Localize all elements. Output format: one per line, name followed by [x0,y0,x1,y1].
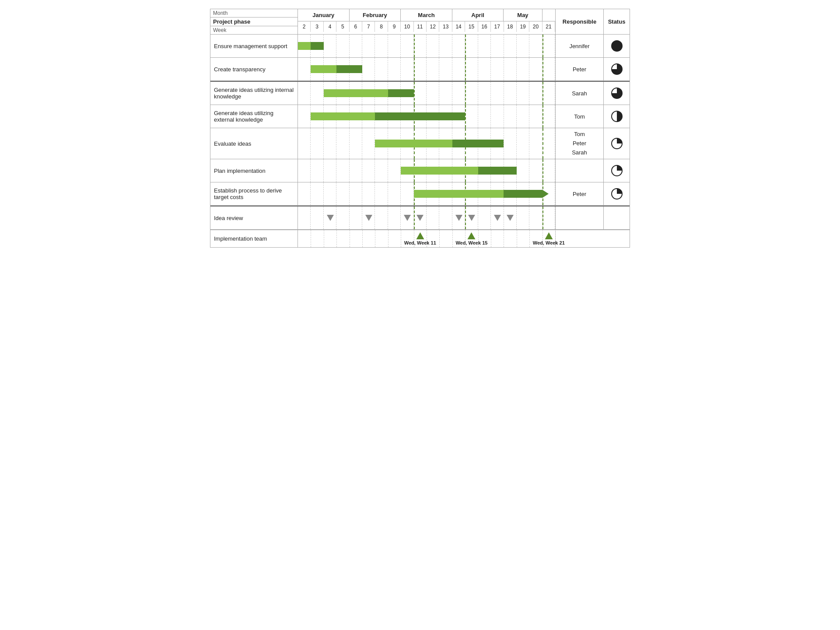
week-cell-10: 10 [401,21,413,32]
grid-line-20 [529,206,542,229]
bar-light-3 [311,112,375,120]
grid-line-8 [375,58,388,80]
grid-line-19 [517,35,529,57]
status-cell-1 [603,58,630,80]
phase-label-7: Idea review [210,206,298,229]
grid-line-2 [298,128,311,159]
grid-line-13 [439,35,452,57]
grid-line-4 [324,182,336,205]
bars-cell-0 [298,35,555,57]
week-cell-18: 18 [504,21,517,32]
grid-line-3 [311,159,323,182]
grid-line-20 [529,159,542,182]
footer-grid-18 [517,230,517,247]
status-cell-4 [603,128,630,159]
data-rows: Ensure management supportJenniferCreate … [210,35,630,230]
dashed-line-week-21 [542,128,543,159]
grid-line-2 [298,206,311,229]
grid-line-20 [529,82,542,105]
footer-triangle-1 [468,232,476,239]
footer-milestone-label-2: Wed, Week 21 [533,240,565,245]
footer-grid-13 [452,230,453,247]
responsible-cell-2: Sarah [555,82,603,105]
grid-line-2 [298,58,311,80]
responsible-names-bracket: Tom Peter Sarah [572,130,587,157]
grid-line-21 [542,82,555,105]
dashed-line-week-15 [465,58,466,80]
responsible-bracket-4: Tom Peter Sarah [555,128,603,159]
grid-line-2 [298,159,311,182]
phase-label-3: Generate ideas utilizing external knowle… [210,105,298,128]
grid-line-21 [542,206,555,229]
dashed-line-week-21 [542,35,543,57]
grid-line-7 [362,182,375,205]
grid-line-21 [542,105,555,128]
grid-line-4 [324,35,336,57]
grid-line-21 [542,128,555,159]
phase-label-2: Generate ideas utilizing internal knowle… [210,82,298,105]
footer-grid-4 [336,230,337,247]
week-cell-13: 13 [439,21,452,32]
status-header: Status [603,9,630,34]
grid-line-13 [439,82,452,105]
triangle-marker-4 [327,215,334,221]
grid-line-18 [504,82,517,105]
gantt-row-3: Generate ideas utilizing external knowle… [210,105,630,128]
grid-line-2 [298,105,311,128]
grid-line-3 [311,182,323,205]
responsible-header: Responsible [555,9,603,34]
month-cell-february: February [350,9,401,21]
grid-line-7 [362,58,375,80]
triangle-marker-18 [507,215,514,221]
week-cell-7: 7 [362,21,375,32]
dashed-line-week-21 [542,82,543,105]
grid-line-19 [517,159,529,182]
dashed-line-week-21 [542,159,543,182]
week-cell-8: 8 [375,21,388,32]
footer-grid-7 [375,230,375,247]
bar-dark-0 [311,42,323,50]
grid-line-9 [388,182,401,205]
dashed-line-week-21 [542,58,543,80]
grid-line-11 [414,58,427,80]
grid-line-12 [427,206,439,229]
footer-grid-9 [401,230,401,247]
phase-label-6: Establish process to derive target costs [210,182,298,205]
triangle-marker-17 [494,215,501,221]
bar-dark-1 [336,65,362,73]
status-cell-0 [603,35,630,57]
responsible-cell-1: Peter [555,58,603,80]
footer-bars: Wed, Week 11Wed, Week 15Wed, Week 21 [298,230,555,247]
grid-line-5 [336,159,349,182]
week-cell-3: 3 [311,21,323,32]
footer-marker-2: Wed, Week 21 [533,232,565,245]
grid-line-16 [478,105,491,128]
grid-line-12 [427,35,439,57]
bar-light-4 [375,140,452,147]
grid-line-6 [350,128,362,159]
grid-line-8 [375,35,388,57]
gantt-row-4: Evaluate ideasTom Peter Sarah [210,128,630,159]
week-cell-6: 6 [350,21,362,32]
grid-line-16 [478,35,491,57]
dashed-line-week-11 [414,58,415,80]
footer-grid-12 [439,230,440,247]
grid-line-21 [542,58,555,80]
grid-line-19 [517,82,529,105]
grid-line-21 [542,159,555,182]
grid-line-9 [388,58,401,80]
grid-line-18 [504,35,517,57]
grid-line-7 [362,128,375,159]
responsible-cell-3: Tom [555,105,603,128]
grid-line-7 [362,159,375,182]
week-cell-5: 5 [336,21,349,32]
footer-triangle-0 [416,232,424,239]
week-cell-4: 4 [324,21,336,32]
grid-line-10 [401,35,413,57]
grid-line-18 [504,128,517,159]
status-cell-2 [603,82,630,105]
dashed-line-week-15 [465,82,466,105]
gantt-row-0: Ensure management supportJennifer [210,35,630,58]
grid-line-16 [478,82,491,105]
grid-line-14 [452,58,465,80]
